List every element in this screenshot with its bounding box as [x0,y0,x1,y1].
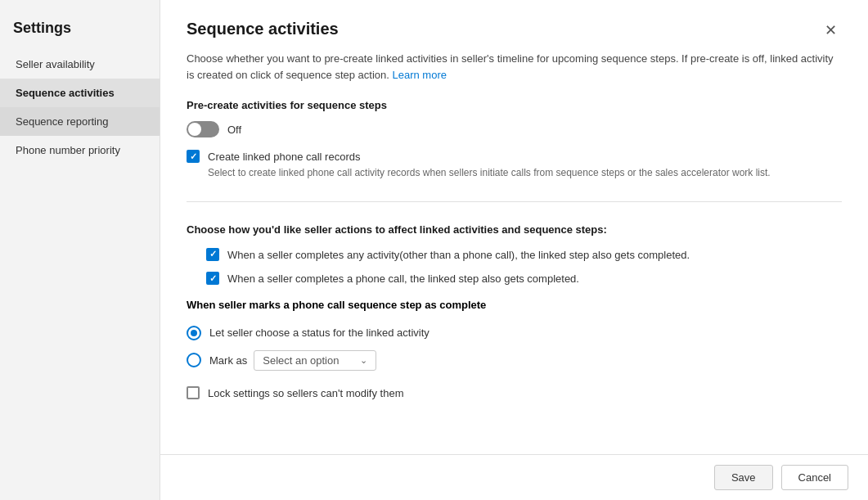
radio-dot [191,330,197,336]
activity-checkbox[interactable]: ✓ [206,248,219,261]
sidebar: Settings Seller availability Sequence ac… [0,0,160,500]
choose-how-label: Choose how you'd like seller actions to … [187,223,842,236]
lock-settings-label: Lock settings so sellers can't modify th… [208,385,403,402]
radio-group: Let seller choose a status for the linke… [187,326,842,381]
checkmark-icon: ✓ [190,152,197,161]
learn-more-link[interactable]: Learn more [393,69,447,81]
radio-row-2: Mark as Select an option ⌄ [187,350,842,371]
sidebar-item-sequence-reporting[interactable]: Sequence reporting [0,107,160,136]
create-linked-checkbox-row: ✓ Create linked phone call records Selec… [187,149,842,178]
close-button[interactable]: ✕ [820,20,842,41]
main-header: Sequence activities ✕ [187,20,842,41]
close-icon: ✕ [825,22,837,38]
pre-create-label: Pre-create activities for sequence steps [187,99,842,111]
mark-as-label: Mark as [209,354,247,367]
radio-mark-as[interactable] [187,353,201,367]
lock-settings-checkbox[interactable] [187,386,200,399]
sidebar-item-phone-number-priority[interactable]: Phone number priority [0,136,160,164]
sidebar-item-sequence-activities[interactable]: Sequence activities [0,79,160,107]
mark-as-select[interactable]: Select an option ⌄ [254,350,376,371]
cancel-button[interactable]: Cancel [781,465,848,490]
settings-window: Settings Seller availability Sequence ac… [0,0,868,500]
create-linked-text-group: Create linked phone call records Select … [208,149,771,178]
pre-create-toggle[interactable] [187,121,219,137]
activity-checkbox-label: When a seller completes any activity(oth… [227,247,690,264]
checkmark-icon-3: ✓ [209,274,217,283]
chevron-down-icon: ⌄ [360,355,367,366]
divider-1 [187,201,842,202]
toggle-row: Off [187,121,842,137]
create-linked-label: Create linked phone call records [208,149,771,165]
checkbox-indented-group: ✓ When a seller completes any activity(o… [187,247,842,295]
footer: Save Cancel [160,454,868,500]
phone-call-checkbox[interactable]: ✓ [206,272,219,285]
sidebar-title: Settings [0,13,160,50]
checkmark-icon-2: ✓ [209,250,217,259]
lock-settings-row: Lock settings so sellers can't modify th… [187,385,842,402]
radio-let-seller-label: Let seller choose a status for the linke… [209,327,430,339]
activity-checkbox-row: ✓ When a seller completes any activity(o… [206,247,842,264]
when-seller-label: When seller marks a phone call sequence … [187,299,842,311]
phone-call-checkbox-label: When a seller completes a phone call, th… [227,271,579,287]
sidebar-item-seller-availability[interactable]: Seller availability [0,50,160,79]
main-content: Sequence activities ✕ Choose whether you… [160,0,868,500]
create-linked-subtext: Select to create linked phone call activ… [208,167,771,178]
select-placeholder: Select an option [263,354,339,367]
mark-as-row: Mark as Select an option ⌄ [209,350,376,371]
save-button[interactable]: Save [714,465,773,490]
toggle-label: Off [227,124,241,136]
create-linked-checkbox[interactable]: ✓ [187,150,200,163]
page-title: Sequence activities [187,20,339,38]
radio-let-seller[interactable] [187,326,201,340]
phone-call-checkbox-row: ✓ When a seller completes a phone call, … [206,271,842,287]
description-text: Choose whether you want to pre-create li… [187,51,842,83]
toggle-thumb [188,123,201,136]
radio-row-1: Let seller choose a status for the linke… [187,326,842,340]
